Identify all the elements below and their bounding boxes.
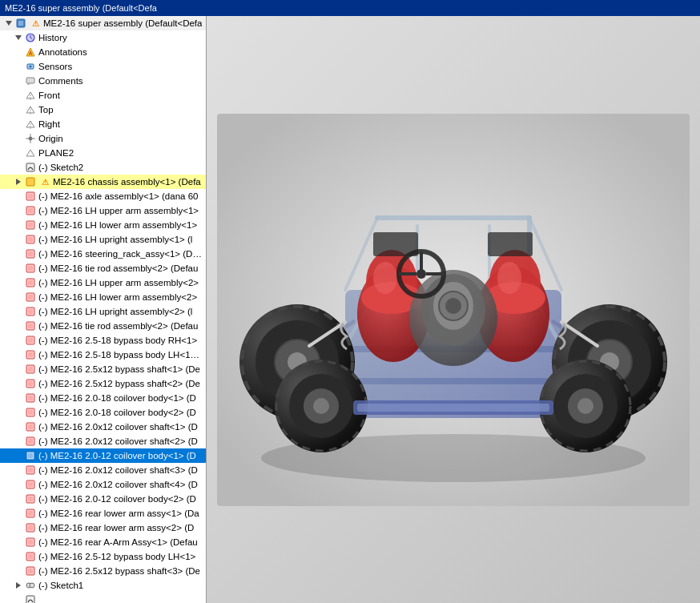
tree-item-bypass-shaft2[interactable]: (-) ME2-16 2.5x12 bypass shaft<2> (De [0, 376, 206, 391]
tree-item-plane2[interactable]: PLANE2 [0, 146, 206, 160]
tree-item-tie-rod2[interactable]: (-) ME2-16 tie rod assembly<2> (Defau [0, 319, 206, 333]
tree-label-bypass-shaft1: (-) ME2-16 2.5x12 bypass shaft<1> (De [38, 364, 200, 374]
svg-point-124 [313, 398, 329, 414]
tree-item-lh-upper1[interactable]: (-) ME2-16 LH upper arm assembly<1> [0, 203, 206, 218]
expand-icon-bypass-lh2 [14, 552, 24, 561]
tree-item-right[interactable]: Right [0, 117, 206, 131]
svg-rect-27 [28, 237, 33, 242]
expand-icon-history[interactable] [14, 33, 24, 42]
tree-item-bypass-rh1[interactable]: (-) ME2-16 2.5-18 bypass body RH<1> [0, 333, 206, 348]
tree-item-bypass-shaft1[interactable]: (-) ME2-16 2.5x12 bypass shaft<1> (De [0, 362, 206, 376]
tree-item-origin[interactable]: Origin [0, 131, 206, 146]
bypass-shaft2-icon [24, 377, 37, 390]
tree-label-lh-upright2: (-) ME2-16 LH upright assembly<2> (l [38, 307, 192, 316]
tree-item-sketch2[interactable]: (-) Sketch2 [0, 160, 206, 175]
tree-label-top: Top [38, 105, 54, 115]
car-assembly-view [217, 114, 690, 506]
tree-item-comments[interactable]: Comments [0, 74, 206, 88]
tree-label-lh-lower1: (-) ME2-16 LH lower arm assembly<1> [38, 220, 197, 230]
tree-item-lh-lower1[interactable]: (-) ME2-16 LH lower arm assembly<1> [0, 218, 206, 232]
sketch1-icon [24, 593, 37, 603]
tree-item-tie-rod1[interactable]: (-) ME2-16 tie rod assembly<2> (Defau [0, 261, 206, 275]
plane-top-icon [24, 103, 37, 116]
tree-label-coilover-body1: (-) ME2-16 2.0-18 coilover body<1> (D [38, 393, 196, 403]
tree-item-axle[interactable]: (-) ME2-16 axle assembly<1> (dana 60 [0, 189, 206, 203]
tree-item-lh-upright1[interactable]: (-) ME2-16 LH upright assembly<1> (l [0, 232, 206, 247]
svg-rect-1 [18, 21, 23, 26]
expand-icon-coilover-body2 [14, 408, 24, 417]
tree-label-sketch2: (-) Sketch2 [38, 163, 83, 172]
tree-item-coilover-body-sel[interactable]: (-) ME2-16 2.0-12 coilover body<1> (D [0, 448, 206, 463]
bypass-shaft1-icon [24, 363, 37, 376]
svg-rect-57 [28, 453, 33, 458]
tree-item-steering[interactable]: (-) ME2-16 steering_rack_assy<1> (Defau [0, 247, 206, 261]
tree-item-coilover-shaft2[interactable]: (-) ME2-16 2.0x12 coilover shaft<2> (D [0, 434, 206, 448]
tree-label-bypass-rh1: (-) ME2-16 2.5-18 bypass body RH<1> [38, 336, 197, 345]
plane-front-icon [24, 89, 37, 102]
annotation-icon: A [24, 46, 37, 58]
expand-icon-sketch1 [14, 595, 24, 603]
tree-item-coilover-shaft3[interactable]: (-) ME2-16 2.0x12 coilover shaft<3> (D [0, 463, 206, 477]
tree-label-origin: Origin [38, 134, 63, 143]
axle-icon [24, 190, 37, 203]
tree-item-rear-aarm[interactable]: (-) ME2-16 rear A-Arm Assy<1> (Defau [0, 535, 206, 549]
expand-icon-lh-lower2 [14, 292, 24, 302]
tree-item-mates[interactable]: (-) Sketch1 [0, 578, 206, 593]
tree-item-coilover-shaft1[interactable]: (-) ME2-16 2.0x12 coilover shaft<1> (D [0, 420, 206, 434]
tie-rod2-icon [24, 320, 37, 332]
feature-tree[interactable]: ⚠ ME2-16 super assembly (Default<Defa Hi… [0, 16, 207, 603]
tree-label-axle: (-) ME2-16 axle assembly<1> (dana 60 [38, 191, 198, 201]
expand-icon-bypass-shaft1 [14, 364, 24, 374]
expand-icon-rear-aarm [14, 537, 24, 547]
tree-item-bypass-lh2[interactable]: (-) ME2-16 2.5-12 bypass body LH<1> [0, 549, 206, 564]
svg-rect-41 [28, 338, 33, 343]
bypass-lh1-icon [24, 348, 37, 361]
tree-label-coilover-shaft4: (-) ME2-16 2.0x12 coilover shaft<4> (D [38, 480, 198, 489]
expand-icon-mates[interactable] [14, 581, 24, 590]
lh-upper2-icon [24, 276, 37, 289]
tree-item-lh-lower2[interactable]: (-) ME2-16 LH lower arm assembly<2> [0, 290, 206, 304]
svg-rect-43 [28, 352, 33, 357]
tree-item-coilover-body1[interactable]: (-) ME2-16 2.0-18 coilover body<1> (D [0, 391, 206, 405]
tie-rod1-icon [24, 262, 37, 275]
expand-icon-plane2 [14, 148, 24, 158]
tree-item-sketch1[interactable] [0, 593, 206, 603]
tree-item-annotations[interactable]: A Annotations [0, 45, 206, 59]
tree-label-lh-lower2: (-) ME2-16 LH lower arm assembly<2> [38, 292, 197, 302]
tree-label-coilover-body-sel: (-) ME2-16 2.0-12 coilover body<1> (D [38, 451, 196, 460]
tree-label-front: Front [38, 90, 60, 100]
comment-icon [24, 74, 37, 87]
expand-icon-chassis[interactable] [14, 177, 24, 187]
expand-icon[interactable] [5, 18, 14, 28]
tree-item-sensors[interactable]: Sensors [0, 59, 206, 74]
expand-icon-rear-lower2 [14, 523, 24, 533]
tree-item-bypass-shaft3[interactable]: (-) ME2-16 2.5x12 bypass shaft<3> (De [0, 564, 206, 578]
lh-lower2-icon [24, 291, 37, 304]
tree-label-root: ME2-16 super assembly (Default<Defa [43, 18, 202, 28]
tree-label-rear-lower2: (-) ME2-16 rear lower arm assy<2> (D [38, 523, 194, 533]
tree-item-coilover-body2[interactable]: (-) ME2-16 2.0-18 coilover body<2> (D [0, 405, 206, 420]
tree-item-rear-lower1[interactable]: (-) ME2-16 rear lower arm assy<1> (Da [0, 506, 206, 521]
tree-item-lh-upper2[interactable]: (-) ME2-16 LH upper arm assembly<2> [0, 275, 206, 290]
expand-icon-bypass-shaft3 [14, 566, 24, 576]
tree-item-coilover-shaft4[interactable]: (-) ME2-16 2.0x12 coilover shaft<4> (D [0, 477, 206, 492]
tree-item-front[interactable]: Front [0, 88, 206, 103]
expand-icon-sketch2 [14, 163, 24, 172]
svg-rect-63 [28, 496, 33, 501]
tree-item-rear-lower2[interactable]: (-) ME2-16 rear lower arm assy<2> (D [0, 521, 206, 535]
expand-icon-bypass-shaft2 [14, 379, 24, 388]
expand-icon-comments [14, 76, 24, 86]
svg-rect-136 [488, 232, 533, 256]
tree-item-history[interactable]: History [0, 30, 206, 45]
tree-item-coilover-body3[interactable]: (-) ME2-16 2.0-12 coilover body<2> (D [0, 492, 206, 506]
tree-item-top[interactable]: Top [0, 103, 206, 117]
viewport[interactable] [207, 16, 700, 603]
tree-item-chassis[interactable]: ⚠ ME2-16 chassis assembly<1> (Defa [0, 175, 206, 189]
plane2-icon [24, 147, 37, 159]
tree-item-lh-upright2[interactable]: (-) ME2-16 LH upright assembly<2> (l [0, 304, 206, 319]
tree-item-root[interactable]: ⚠ ME2-16 super assembly (Default<Defa [0, 16, 206, 30]
expand-icon-lh-upper2 [14, 278, 24, 287]
svg-point-105 [445, 298, 461, 314]
tree-label-tie-rod1: (-) ME2-16 tie rod assembly<2> (Defau [38, 263, 198, 273]
tree-item-bypass-lh1[interactable]: (-) ME2-16 2.5-18 bypass body LH<1> ▶ [0, 348, 206, 362]
